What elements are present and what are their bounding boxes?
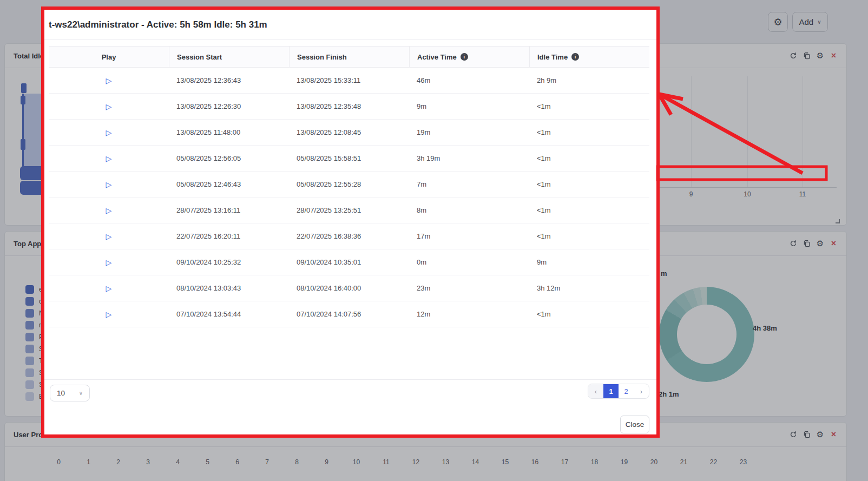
page-size-select[interactable]: 10 ∨ bbox=[50, 385, 90, 401]
sessions-table: Play Session Start Session Finish Active… bbox=[49, 46, 649, 327]
table-cell-play: ▷ bbox=[49, 76, 169, 85]
table-cell-active-time: 12m bbox=[409, 310, 529, 318]
play-icon[interactable]: ▷ bbox=[106, 232, 112, 241]
column-header-label: Idle Time bbox=[537, 53, 568, 61]
table-cell-session-finish: 28/07/2025 13:25:51 bbox=[289, 206, 409, 214]
column-header-active-time: Active Time i bbox=[409, 47, 529, 67]
info-icon[interactable]: i bbox=[571, 53, 579, 61]
table-body: ▷ 13/08/2025 12:36:43 13/08/2025 15:33:1… bbox=[49, 68, 649, 327]
play-icon[interactable]: ▷ bbox=[106, 206, 112, 215]
play-icon[interactable]: ▷ bbox=[106, 310, 112, 319]
play-icon[interactable]: ▷ bbox=[106, 76, 112, 85]
column-header-session-start: Session Start bbox=[169, 47, 289, 67]
table-cell-idle-time: <1m bbox=[529, 310, 649, 318]
table-cell-play: ▷ bbox=[49, 128, 169, 137]
table-cell-session-start: 13/08/2025 12:26:30 bbox=[169, 102, 289, 110]
table-row: ▷ 22/07/2025 16:20:11 22/07/2025 16:38:3… bbox=[49, 223, 649, 249]
table-cell-session-finish: 07/10/2024 14:07:56 bbox=[289, 310, 409, 318]
modal-title: t-ws22\administrator - Active: 5h 58m Id… bbox=[49, 19, 267, 30]
page-size-value: 10 bbox=[57, 389, 65, 397]
table-cell-active-time: 46m bbox=[409, 76, 529, 84]
play-icon[interactable]: ▷ bbox=[106, 128, 112, 137]
table-cell-session-finish: 05/08/2025 12:55:28 bbox=[289, 180, 409, 188]
table-row: ▷ 28/07/2025 13:16:11 28/07/2025 13:25:5… bbox=[49, 197, 649, 223]
column-header-play: Play bbox=[49, 47, 169, 67]
table-cell-session-start: 28/07/2025 13:16:11 bbox=[169, 206, 289, 214]
table-cell-play: ▷ bbox=[49, 154, 169, 163]
table-cell-session-finish: 09/10/2024 10:35:01 bbox=[289, 258, 409, 266]
table-cell-play: ▷ bbox=[49, 284, 169, 293]
table-cell-session-start: 07/10/2024 13:54:44 bbox=[169, 310, 289, 318]
play-icon[interactable]: ▷ bbox=[106, 180, 112, 189]
table-row: ▷ 13/08/2025 12:36:43 13/08/2025 15:33:1… bbox=[49, 68, 649, 94]
table-cell-play: ▷ bbox=[49, 206, 169, 215]
pagination-next-button[interactable]: › bbox=[634, 384, 649, 398]
table-cell-session-finish: 13/08/2025 15:33:11 bbox=[289, 76, 409, 84]
table-cell-idle-time: 2h 9m bbox=[529, 76, 649, 84]
table-cell-session-start: 09/10/2024 10:25:32 bbox=[169, 258, 289, 266]
table-header-row: Play Session Start Session Finish Active… bbox=[49, 46, 649, 68]
table-cell-session-finish: 22/07/2025 16:38:36 bbox=[289, 232, 409, 240]
pagination: ‹ 1 2 › bbox=[588, 384, 649, 399]
table-row: ▷ 07/10/2024 13:54:44 07/10/2024 14:07:5… bbox=[49, 301, 649, 327]
pagination-page-2[interactable]: 2 bbox=[619, 384, 634, 398]
table-cell-session-start: 08/10/2024 13:03:43 bbox=[169, 284, 289, 292]
chevron-down-icon: ∨ bbox=[79, 390, 83, 396]
table-cell-active-time: 17m bbox=[409, 232, 529, 240]
table-cell-active-time: 8m bbox=[409, 206, 529, 214]
table-cell-idle-time: <1m bbox=[529, 206, 649, 214]
table-cell-idle-time: 9m bbox=[529, 258, 649, 266]
table-cell-idle-time: <1m bbox=[529, 232, 649, 240]
column-header-label: Active Time bbox=[417, 53, 457, 61]
column-header-session-finish: Session Finish bbox=[289, 47, 409, 67]
table-cell-session-finish: 13/08/2025 12:08:45 bbox=[289, 128, 409, 136]
table-cell-session-start: 05/08/2025 12:56:05 bbox=[169, 154, 289, 162]
divider bbox=[44, 379, 656, 380]
table-cell-active-time: 0m bbox=[409, 258, 529, 266]
table-cell-play: ▷ bbox=[49, 310, 169, 319]
column-header-idle-time: Idle Time i bbox=[529, 47, 649, 67]
close-button[interactable]: Close bbox=[620, 416, 649, 433]
pagination-prev-button[interactable]: ‹ bbox=[588, 384, 603, 398]
table-cell-active-time: 3h 19m bbox=[409, 154, 529, 162]
table-row: ▷ 13/08/2025 12:26:30 13/08/2025 12:35:4… bbox=[49, 94, 649, 120]
table-cell-session-finish: 13/08/2025 12:35:48 bbox=[289, 102, 409, 110]
table-row: ▷ 05/08/2025 12:56:05 05/08/2025 15:58:5… bbox=[49, 146, 649, 172]
table-cell-play: ▷ bbox=[49, 102, 169, 111]
table-row: ▷ 09/10/2024 10:25:32 09/10/2024 10:35:0… bbox=[49, 249, 649, 275]
table-cell-session-start: 13/08/2025 11:48:00 bbox=[169, 128, 289, 136]
table-cell-play: ▷ bbox=[49, 232, 169, 241]
table-cell-session-start: 22/07/2025 16:20:11 bbox=[169, 232, 289, 240]
table-cell-idle-time: <1m bbox=[529, 102, 649, 110]
table-cell-idle-time: <1m bbox=[529, 180, 649, 188]
table-cell-play: ▷ bbox=[49, 180, 169, 189]
play-icon[interactable]: ▷ bbox=[106, 258, 112, 267]
pagination-page-1[interactable]: 1 bbox=[603, 384, 619, 398]
divider bbox=[44, 39, 656, 39]
table-cell-session-start: 13/08/2025 12:36:43 bbox=[169, 76, 289, 84]
table-cell-idle-time: <1m bbox=[529, 154, 649, 162]
session-details-modal: t-ws22\administrator - Active: 5h 58m Id… bbox=[44, 8, 656, 436]
dashboard-page: ⚙ Add ∨ Total Idle T ⚙ × bbox=[0, 0, 868, 481]
table-cell-play: ▷ bbox=[49, 258, 169, 267]
table-cell-idle-time: 3h 12m bbox=[529, 284, 649, 292]
play-icon[interactable]: ▷ bbox=[106, 154, 112, 163]
table-row: ▷ 05/08/2025 12:46:43 05/08/2025 12:55:2… bbox=[49, 172, 649, 197]
table-cell-active-time: 7m bbox=[409, 180, 529, 188]
table-cell-idle-time: <1m bbox=[529, 128, 649, 136]
table-cell-active-time: 9m bbox=[409, 102, 529, 110]
table-row: ▷ 13/08/2025 11:48:00 13/08/2025 12:08:4… bbox=[49, 120, 649, 146]
table-cell-session-start: 05/08/2025 12:46:43 bbox=[169, 180, 289, 188]
table-cell-active-time: 23m bbox=[409, 284, 529, 292]
table-cell-session-finish: 08/10/2024 16:40:00 bbox=[289, 284, 409, 292]
play-icon[interactable]: ▷ bbox=[106, 102, 112, 111]
table-row: ▷ 08/10/2024 13:03:43 08/10/2024 16:40:0… bbox=[49, 275, 649, 301]
table-cell-session-finish: 05/08/2025 15:58:51 bbox=[289, 154, 409, 162]
table-cell-active-time: 19m bbox=[409, 128, 529, 136]
info-icon[interactable]: i bbox=[461, 53, 468, 61]
play-icon[interactable]: ▷ bbox=[106, 284, 112, 293]
